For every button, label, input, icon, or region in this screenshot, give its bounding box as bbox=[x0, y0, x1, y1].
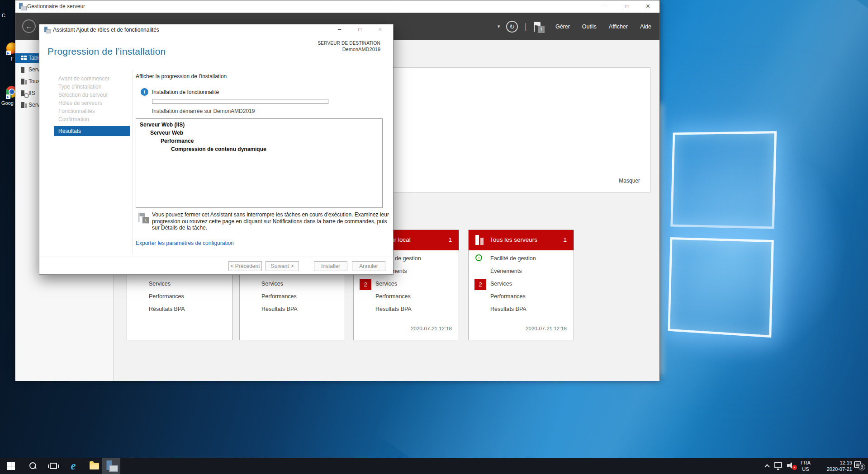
desktop-icon-label[interactable]: Goog bbox=[1, 100, 14, 106]
wallpaper-window-logo bbox=[668, 131, 777, 347]
internet-explorer-button[interactable]: e bbox=[64, 458, 82, 474]
tile-count: 1 bbox=[563, 236, 567, 243]
cancel-button[interactable]: Annuler bbox=[352, 261, 385, 271]
next-button[interactable]: Suivant > bbox=[266, 261, 299, 271]
action-center-badge: 3 bbox=[859, 464, 865, 470]
tile-row[interactable]: Services bbox=[240, 278, 345, 291]
info-icon: i bbox=[141, 88, 148, 96]
chevron-down-icon[interactable]: ▾ bbox=[498, 23, 500, 29]
desktop-icon-label[interactable]: C bbox=[2, 13, 5, 18]
sidebar-item-icon bbox=[20, 55, 27, 61]
refresh-icon[interactable]: ↻ bbox=[506, 21, 518, 33]
shortcut-arrow-icon bbox=[6, 51, 11, 55]
task-view-icon bbox=[50, 463, 57, 469]
menu-item[interactable]: Outils bbox=[582, 23, 597, 30]
close-button[interactable]: × bbox=[370, 24, 390, 34]
sidebar-item-label: IIS bbox=[28, 90, 35, 96]
wizard-step[interactable]: Type d’installation bbox=[54, 84, 130, 92]
tile-row[interactable]: Performances bbox=[240, 291, 345, 304]
tile-row-icon bbox=[360, 292, 371, 303]
tile-row-label: Services bbox=[375, 281, 397, 287]
window-title: Gestionnaire de serveur bbox=[27, 3, 85, 9]
hide-welcome-button[interactable]: Masquer bbox=[619, 178, 640, 184]
sidebar-item-icon bbox=[20, 102, 27, 108]
export-settings-link[interactable]: Exporter les paramètres de configuration bbox=[136, 240, 234, 246]
tile-row[interactable]: 2 Services bbox=[469, 278, 574, 291]
tile-header[interactable]: Tous les serveurs 1 bbox=[469, 230, 574, 250]
tile-row-label: Facilité de gestion bbox=[490, 255, 536, 262]
taskbar: e × FRAUS 12:192020-07-21 3 bbox=[0, 458, 868, 474]
wizard-step[interactable]: Avant de commencer bbox=[54, 75, 130, 84]
tile-row-icon bbox=[474, 292, 486, 303]
tile-row-label: Résultats BPA bbox=[490, 306, 526, 312]
minimize-button[interactable]: – bbox=[595, 0, 616, 13]
action-center-icon[interactable]: 3 bbox=[854, 461, 861, 468]
previous-button[interactable]: < Précédent bbox=[228, 261, 262, 271]
close-button[interactable]: × bbox=[637, 0, 659, 13]
tile-row-label: Performances bbox=[375, 293, 411, 300]
desktop-icon-label[interactable]: F bbox=[11, 56, 14, 61]
result-tree-item: Performance bbox=[136, 138, 382, 146]
result-tree[interactable]: Serveur Web (IIS)Serveur WebPerformanceC… bbox=[136, 118, 383, 208]
wizard-note: Vous pouvez fermer cet Assistant sans in… bbox=[152, 211, 389, 231]
tile-row-icon bbox=[246, 305, 257, 315]
wizard-step[interactable]: Résultats bbox=[54, 126, 130, 136]
tile-row[interactable]: Performances bbox=[469, 291, 574, 304]
tile-row-icon: 2 bbox=[474, 279, 486, 290]
folder-icon bbox=[90, 463, 99, 469]
result-tree-item: Serveur Web (IIS) bbox=[136, 122, 382, 130]
notifications-flag-icon[interactable]: 1 bbox=[534, 22, 540, 32]
back-button[interactable]: ← bbox=[22, 19, 36, 33]
language-indicator[interactable]: FRAUS bbox=[798, 460, 813, 472]
tile-row[interactable]: Facilité de gestion bbox=[469, 253, 574, 266]
tile-row-label: Performances bbox=[261, 293, 297, 300]
task-view-button[interactable] bbox=[44, 458, 62, 474]
tile-row-icon bbox=[246, 292, 257, 303]
tile-row-label: Services bbox=[149, 281, 171, 287]
install-button[interactable]: Installer bbox=[314, 261, 347, 271]
tile-row-label: Services bbox=[261, 281, 283, 287]
tray-chevron-up-icon[interactable] bbox=[764, 464, 769, 469]
tile-row[interactable]: Performances bbox=[127, 291, 232, 304]
menu-item[interactable]: Aide bbox=[640, 23, 651, 30]
section-title: Afficher la progression de l’installatio… bbox=[136, 73, 227, 80]
tile-row[interactable]: Services bbox=[127, 278, 232, 291]
tile-timestamp: 2020-07-21 12:18 bbox=[411, 326, 452, 331]
progress-bar bbox=[152, 99, 328, 104]
progress-status: Installation démarrée sur DemonAMD2019 bbox=[152, 108, 255, 114]
server-manager-taskbar-button[interactable] bbox=[102, 458, 120, 474]
tile-row-icon bbox=[475, 254, 482, 261]
maximize-button[interactable]: □ bbox=[616, 0, 637, 13]
menu-item[interactable]: Gérer bbox=[555, 23, 570, 30]
search-button[interactable] bbox=[24, 458, 42, 474]
menu-item[interactable]: Afficher bbox=[609, 23, 628, 30]
mute-badge: × bbox=[792, 465, 797, 470]
clock[interactable]: 12:192020-07-21 bbox=[814, 460, 852, 472]
maximize-button[interactable]: □ bbox=[350, 24, 370, 34]
tile-timestamp: 2020-07-21 12:18 bbox=[526, 326, 567, 331]
tile-row[interactable]: Performances bbox=[354, 291, 459, 304]
file-explorer-button[interactable] bbox=[85, 458, 103, 474]
tile-row-label: Performances bbox=[490, 293, 526, 300]
wizard-steps: Avant de commencerType d’installationSél… bbox=[54, 75, 130, 136]
tile-row[interactable]: Résultats BPA bbox=[354, 304, 459, 316]
tile-row[interactable]: Événements bbox=[469, 266, 574, 278]
tile-row-label: Performances bbox=[149, 293, 184, 300]
wizard-step[interactable]: Confirmation bbox=[54, 116, 130, 124]
tile-row[interactable]: Résultats BPA bbox=[127, 304, 232, 316]
start-button[interactable] bbox=[2, 458, 20, 474]
tile-row-icon: 2 bbox=[360, 279, 371, 290]
wizard-step[interactable]: Rôles de serveurs bbox=[54, 100, 130, 108]
add-roles-features-wizard: Assistant Ajout de rôles et de fonctionn… bbox=[39, 24, 394, 275]
tile-row-label: Résultats BPA bbox=[149, 306, 185, 312]
tile-row[interactable]: 2 Services bbox=[354, 278, 459, 291]
wizard-step[interactable]: Sélection du serveur bbox=[54, 92, 130, 100]
wizard-step[interactable]: Fonctionnalités bbox=[54, 108, 130, 116]
tile-row-label: Services bbox=[490, 281, 512, 287]
volume-muted-icon[interactable]: × bbox=[787, 462, 796, 469]
minimize-button[interactable]: – bbox=[329, 24, 350, 34]
network-icon[interactable] bbox=[774, 462, 782, 468]
tile-row[interactable]: Résultats BPA bbox=[240, 304, 345, 316]
tile-row[interactable]: Résultats BPA bbox=[469, 304, 574, 316]
tile-row-label: Événements bbox=[490, 268, 522, 274]
